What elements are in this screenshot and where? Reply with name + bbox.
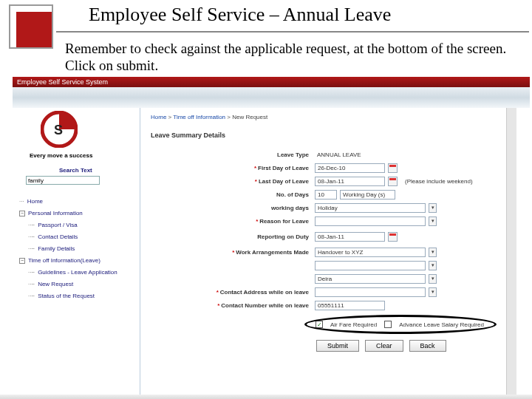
last-day-input[interactable]: 08-Jan-11 [315, 177, 385, 186]
weekend-note: (Please include weekend) [405, 178, 473, 185]
extra-select-1[interactable] [315, 261, 426, 270]
contact-addr-label: *Contact Address while on leave [151, 289, 315, 296]
leave-type-value: ANNUAL LEAVE [315, 151, 361, 158]
work-arr-select[interactable]: Handover to XYZ [315, 248, 426, 257]
tagline: Every move a success [30, 152, 92, 159]
slide-subtitle: Remember to check against the applicable… [65, 41, 523, 75]
work-arr-label: *Work Arrangements Made [151, 249, 315, 256]
title-underline [56, 31, 529, 33]
company-logo: S [41, 111, 78, 151]
crumb-home[interactable]: Home [151, 114, 166, 120]
airfare-checkbox[interactable]: ✓ [316, 321, 323, 328]
back-button[interactable]: Back [409, 340, 446, 352]
leave-form: Leave Type ANNUAL LEAVE *First Day of Le… [151, 148, 499, 312]
reporting-input[interactable]: 08-Jan-11 [315, 232, 385, 242]
reason-label: *Reason for Leave [151, 218, 315, 225]
nav-status[interactable]: ··−Status of the Request [28, 290, 117, 302]
contact-num-label: *Contact Number while on leave [151, 302, 315, 309]
contact-num-input[interactable]: 05551111 [315, 301, 385, 310]
no-days-label: No. of Days [151, 191, 315, 198]
dropdown-icon[interactable]: ▾ [429, 216, 437, 226]
collapse-icon[interactable]: − [19, 258, 25, 264]
working-days-suffix: Working Day (s) [340, 190, 395, 200]
clear-button[interactable]: Clear [365, 340, 403, 352]
airfare-label: Air Fare Required [330, 321, 377, 328]
first-day-input[interactable]: 26-Dec-10 [315, 163, 385, 173]
search-label: Search Text [59, 167, 92, 174]
nav-contact[interactable]: ··−Contact Details [28, 231, 117, 243]
dropdown-icon[interactable]: ▾ [429, 287, 437, 297]
section-title: Leave Summary Details [151, 132, 225, 139]
first-day-label: *First Day of Leave [151, 165, 315, 171]
working-days-label: working days [151, 205, 315, 211]
working-days-select[interactable]: Holiday [315, 203, 426, 213]
submit-button[interactable]: Submit [316, 340, 359, 352]
advance-label: Advance Leave Salary Required [399, 321, 484, 328]
slide-title: Employee Self Service – Annual Leave [89, 4, 517, 26]
calendar-icon[interactable] [388, 232, 398, 242]
extra-select-2[interactable]: Deira [315, 274, 426, 284]
advance-checkbox[interactable] [384, 321, 392, 328]
nav-newreq[interactable]: ··−New Request [28, 279, 117, 290]
dropdown-icon[interactable]: ▾ [429, 261, 437, 270]
breadcrumb: Home > Time off Information > New Reques… [151, 114, 267, 120]
search-input[interactable] [26, 176, 100, 185]
reporting-label: Reporting on Duty [151, 233, 315, 240]
svg-text:S: S [54, 123, 63, 137]
scrollbar[interactable] [506, 108, 516, 395]
nav-family[interactable]: ··−Family Details [28, 243, 117, 255]
nav-tree: ···Home −Personal Information ··−Passpor… [19, 196, 117, 302]
last-day-label: *Last Day of Leave [151, 178, 315, 185]
button-row: Submit Clear Back [316, 340, 446, 352]
calendar-icon[interactable] [388, 163, 398, 173]
contact-addr-select[interactable] [315, 287, 426, 297]
checkbox-row: ✓ Air Fare Required Advance Leave Salary… [316, 321, 484, 328]
app-toolbar [13, 87, 530, 108]
bottom-shade [0, 395, 532, 399]
nav-timeoff[interactable]: −Time off Information(Leave) [19, 255, 117, 267]
dropdown-icon[interactable]: ▾ [429, 203, 437, 213]
nav-passport[interactable]: ··−Passport / Visa [28, 219, 117, 231]
reason-select[interactable] [315, 216, 426, 226]
brand-square [9, 4, 53, 49]
dropdown-icon[interactable]: ▾ [429, 274, 437, 284]
nav-guidelines[interactable]: ··−Guidelines - Leave Application [28, 267, 117, 279]
nav-home[interactable]: ···Home [19, 196, 117, 208]
crumb-timeoff[interactable]: Time off Information [173, 114, 225, 120]
main-pane: Home > Time off Information > New Reques… [140, 108, 516, 395]
collapse-icon[interactable]: − [19, 211, 25, 216]
calendar-icon[interactable] [388, 177, 398, 186]
app-titlebar: Employee Self Service System [13, 77, 530, 87]
leave-type-label: Leave Type [151, 151, 315, 158]
crumb-current: New Request [232, 114, 267, 120]
no-days-input[interactable]: 10 [315, 190, 337, 200]
nav-personal[interactable]: −Personal Information [19, 208, 117, 219]
dropdown-icon[interactable]: ▾ [429, 248, 437, 257]
